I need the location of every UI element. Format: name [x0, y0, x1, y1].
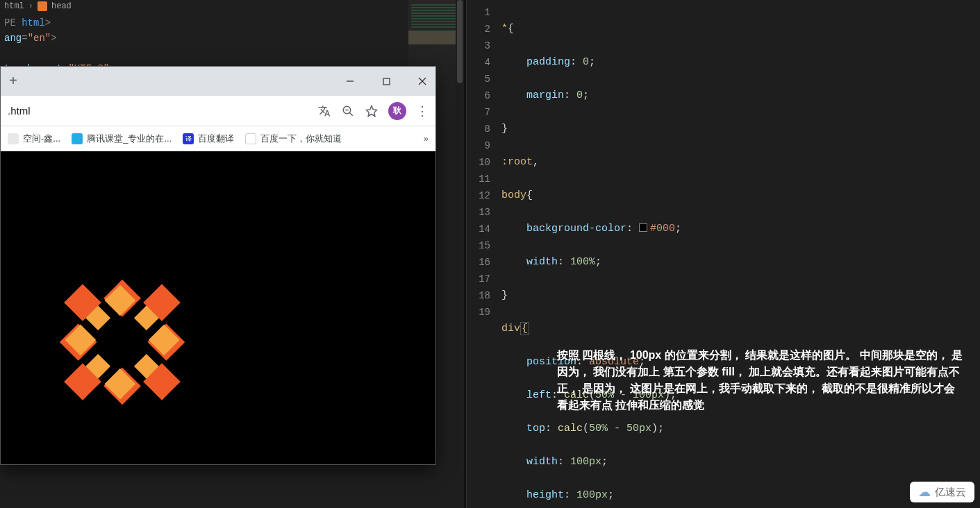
translate-icon[interactable] — [317, 104, 331, 118]
color-swatch-black[interactable] — [639, 223, 647, 232]
minimize-button[interactable] — [340, 71, 360, 92]
open-brace-highlight: { — [520, 322, 529, 335]
browser-toolbar: .html 耿 ⋮ — [1, 96, 435, 126]
watermark-badge: ☁ 亿速云 — [910, 482, 974, 502]
zoom-icon[interactable] — [341, 104, 355, 118]
page-content — [1, 151, 435, 464]
browser-titlebar[interactable]: + — [1, 67, 435, 96]
bookmarks-bar: 空间-鑫... 腾讯课堂_专业的在... 译 百度翻译 百度一下，你就知道 » — [1, 126, 435, 151]
svg-line-5 — [349, 112, 353, 116]
cloud-icon: ☁ — [918, 484, 931, 500]
border-image-demo — [56, 276, 188, 408]
bookmark-item[interactable]: 空间-鑫... — [8, 133, 60, 145]
favicon-icon — [245, 133, 256, 144]
close-button[interactable] — [412, 71, 433, 92]
kebab-menu-icon[interactable]: ⋮ — [416, 103, 429, 119]
bookmark-item[interactable]: 腾讯课堂_专业的在... — [72, 133, 172, 145]
line-number-gutter: 1 2 3 4 5 6 7 8 9 10 11 12 13 14 15 16 1… — [467, 4, 501, 508]
annotation-text: 按照 四根线， 100px 的位置来分割， 结果就是这样的图片。 中间那块是空的… — [557, 347, 966, 414]
profile-avatar[interactable]: 耿 — [388, 102, 406, 120]
scrollbar-thumb[interactable] — [457, 0, 463, 83]
css-editor[interactable]: 1 2 3 4 5 6 7 8 9 10 11 12 13 14 15 16 1… — [467, 0, 980, 508]
svg-rect-1 — [383, 78, 390, 85]
file-ext-label: html — [4, 1, 24, 11]
bookmark-star-icon[interactable] — [365, 104, 379, 118]
bookmarks-overflow-button[interactable]: » — [424, 133, 429, 144]
address-bar[interactable]: .html — [8, 105, 308, 117]
bookmark-item[interactable]: 百度一下，你就知道 — [245, 133, 342, 145]
code-area[interactable]: *{ padding: 0; margin: 0; } :root, body{… — [501, 4, 980, 508]
chevron-right-icon: › — [28, 1, 33, 11]
html-breadcrumb: html › head — [0, 0, 464, 12]
favicon-icon: 译 — [183, 133, 194, 144]
favicon-icon — [8, 133, 19, 144]
html-tag-icon — [38, 1, 47, 11]
right-editor-pane: 1 2 3 4 5 6 7 8 9 10 11 12 13 14 15 16 1… — [467, 0, 980, 508]
browser-window: + .html 耿 ⋮ 空间-鑫... — [0, 66, 436, 465]
maximize-button[interactable] — [376, 71, 397, 92]
bookmark-item[interactable]: 译 百度翻译 — [183, 133, 234, 145]
favicon-icon — [72, 133, 83, 144]
breadcrumb-head: head — [51, 1, 72, 11]
watermark-text: 亿速云 — [935, 486, 966, 499]
new-tab-button[interactable]: + — [3, 71, 23, 91]
left-scrollbar[interactable] — [456, 0, 464, 508]
